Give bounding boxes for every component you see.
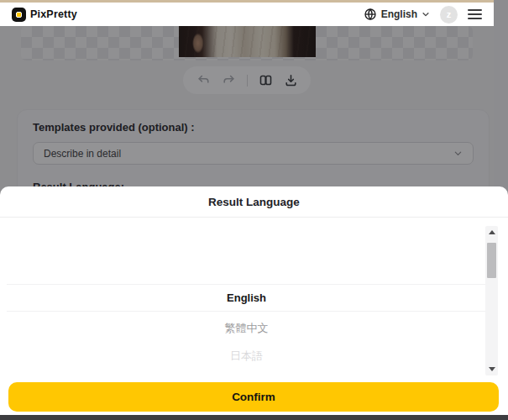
window-bottom-edge [0, 415, 508, 420]
scroll-up-icon[interactable] [489, 230, 495, 234]
modal-title: Result Language [0, 186, 508, 218]
language-picker: English 繁體中文 日本語 [0, 218, 508, 379]
language-option-traditional-chinese[interactable]: 繁體中文 [0, 321, 493, 336]
brand-logo: PixPretty [12, 8, 77, 22]
pixpretty-logo-icon [12, 8, 26, 22]
picker-selection-zone: English [7, 284, 486, 312]
user-avatar[interactable]: z [440, 6, 458, 24]
app-header: PixPretty English z [0, 3, 494, 26]
scroll-down-icon[interactable] [489, 367, 495, 371]
chevron-down-icon [422, 10, 430, 18]
language-option-english[interactable]: English [227, 291, 266, 304]
picker-scrollbar[interactable] [485, 226, 498, 375]
menu-icon[interactable] [468, 8, 482, 21]
confirm-button[interactable]: Confirm [8, 382, 499, 412]
app-viewport: PixPretty English z [0, 0, 508, 420]
language-switcher[interactable]: English [364, 8, 430, 21]
brand-name: PixPretty [30, 8, 77, 20]
language-label: English [381, 8, 417, 20]
header-actions: English z [364, 6, 482, 24]
globe-icon [364, 8, 377, 21]
window-top-edge [0, 0, 494, 3]
language-option-japanese[interactable]: 日本語 [0, 349, 493, 364]
result-language-modal: Result Language English 繁體中文 日本語 Confirm [0, 186, 508, 420]
scrollbar-thumb[interactable] [487, 243, 496, 278]
